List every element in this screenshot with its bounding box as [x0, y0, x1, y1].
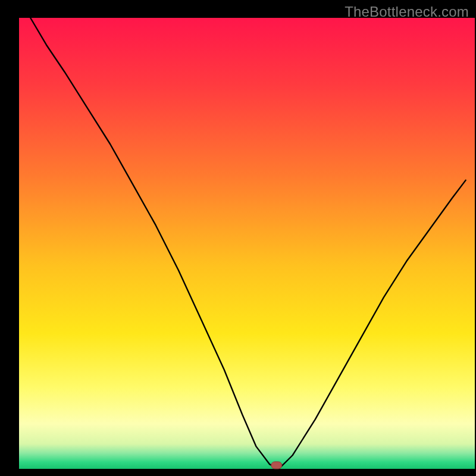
bottleneck-chart: TheBottleneck.com — [0, 0, 476, 476]
svg-rect-1 — [19, 18, 475, 469]
chart-svg — [0, 0, 476, 476]
optimal-marker — [271, 462, 282, 469]
watermark-text: TheBottleneck.com — [345, 4, 469, 20]
